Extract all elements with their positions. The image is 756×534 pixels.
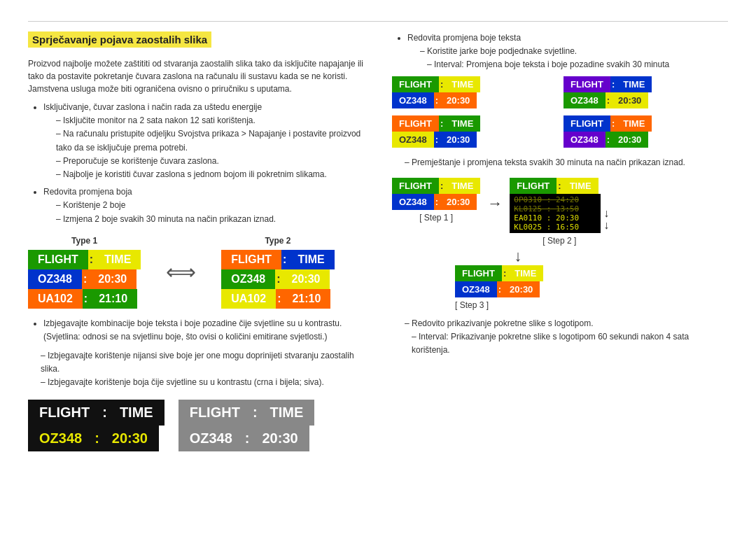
rb3-time: TIME (444, 115, 480, 132)
dash-item-1-4: Najbolje je koristiti čuvar zaslona s je… (56, 168, 371, 181)
s2-colon1: : (556, 178, 562, 194)
rb3-2030: 20:30 (440, 132, 477, 148)
type1-ua-cell: UA102 (28, 289, 83, 309)
rb4-2030: 20:30 (611, 132, 648, 148)
scroll-line-1: OP0310 : 24:20 (514, 195, 596, 204)
right-dash-3: Redovito prikazivanje pokretne slike s l… (405, 317, 728, 330)
rb4-data: OZ348 : 20:30 (564, 132, 728, 148)
type2-ua-cell: UA102 (221, 289, 276, 309)
lb-gray-time: TIME (259, 400, 315, 426)
type2-colon1: : (281, 250, 288, 269)
rb1-colon2: : (434, 92, 440, 108)
rb4-header: FLIGHT : TIME (564, 115, 728, 132)
s3-colon1: : (502, 265, 507, 281)
right-board-2: FLIGHT : TIME OZ348 : 20:30 (564, 76, 728, 108)
rb1-flight: FLIGHT (392, 76, 439, 92)
type1-time-cell: TIME (94, 250, 141, 269)
right-dash-list-3: Redovito prikazivanje pokretne slike s l… (392, 317, 728, 358)
type2-2030-cell: 20:30 (282, 269, 330, 289)
right-dash-list-1: Koristite jarke boje podjednake svjetlin… (407, 45, 728, 71)
dash-list-3: Izbjegavajte korištenje nijansi sive boj… (28, 349, 371, 390)
down-arrow-big: ↓ (514, 247, 522, 265)
type2-label: Type 2 (265, 236, 290, 246)
main-layout: Sprječavanje pojava zaostalih slika Proi… (28, 31, 728, 451)
rb1-time: TIME (444, 76, 480, 92)
lb-gray-data: OZ348 : 20:30 (178, 426, 315, 451)
double-arrows: ↓ ↓ (603, 207, 609, 232)
lb-black-flight: FLIGHT (28, 400, 101, 426)
section-title: Sprječavanje pojava zaostalih slika (28, 31, 211, 48)
rb3-oz: OZ348 (392, 132, 434, 148)
rb2-flight: FLIGHT (564, 76, 610, 92)
top-rule (28, 21, 728, 22)
dash-item-2-2: Izmjena 2 boje svakih 30 minuta na način… (56, 213, 371, 226)
s3-time: TIME (507, 265, 543, 281)
dash-item-3-1: Izbjegavajte korištenje nijansi sive boj… (41, 349, 371, 376)
rb1-colon1: : (439, 76, 444, 92)
scroll-line-2: KL0125 : 13:50 (514, 204, 596, 213)
step-right-arrow: → (487, 195, 503, 213)
rb2-header: FLIGHT : TIME (564, 76, 728, 92)
s1-colon2: : (434, 194, 440, 210)
lb-black-data: OZ348 : 20:30 (28, 426, 164, 451)
bullet-item-2: Redovita promjena boja Korištenje 2 boje… (43, 185, 371, 226)
s1-oz: OZ348 (392, 194, 434, 210)
rb1-2030: 20:30 (440, 92, 477, 108)
rb4-flight: FLIGHT (564, 115, 610, 132)
step3-label: [ Step 3 ] (455, 300, 489, 310)
down-arrow-1: ↓ (603, 207, 609, 220)
dash-item-3-2: Izbjegavajte korištenje boja čije svjetl… (41, 376, 371, 389)
s1-header: FLIGHT : TIME (392, 178, 480, 194)
intro-paragraph: Proizvod najbolje možete zaštititi od st… (28, 57, 371, 95)
type2-row1: OZ348 : 20:30 (221, 269, 334, 289)
lb-black-colon1: : (101, 400, 108, 426)
right-bullet-1: Redovita promjena boje teksta Koristite … (407, 31, 728, 72)
rb2-colon2: : (606, 92, 611, 108)
rb4-oz: OZ348 (564, 132, 606, 148)
right-indent-3: Interval: Prikazivanje pokretne slike s … (405, 330, 728, 357)
type2-board: FLIGHT : TIME OZ348 : 20:30 UA102 : 21:1… (221, 250, 334, 309)
step2-scroll-board: FLIGHT : TIME OP0310 : 24:20 KL0125 : 13… (510, 178, 601, 233)
right-board-4: FLIGHT : TIME OZ348 : 20:30 (564, 115, 728, 148)
s3-colon2: : (497, 281, 503, 297)
type2-time-cell: TIME (288, 250, 334, 269)
lb-gray-colon2: : (244, 426, 251, 451)
type2-row2: UA102 : 21:10 (221, 289, 334, 309)
dash-item-1-2: Na računalu pristupite odjeljku Svojstva… (56, 127, 371, 154)
step2-label: [ Step 2 ] (542, 236, 576, 246)
bottom-boards: FLIGHT : TIME OZ348 : 20:30 FLIGHT : TIM… (28, 400, 371, 451)
rb2-time: TIME (616, 76, 652, 92)
lb-gray-2030: 20:30 (251, 426, 309, 451)
scroll-line-4: KL0025 : 16:50 (514, 223, 596, 232)
right-column: Redovita promjena boje teksta Koristite … (392, 31, 728, 451)
s3-data: OZ348 : 20:30 (455, 281, 543, 297)
rb2-colon1: : (610, 76, 616, 92)
right-dash-list-2: Premještanje i promjena teksta svakih 30… (392, 156, 728, 169)
dash-item-2-1: Korištenje 2 boje (56, 199, 371, 212)
right-dash-1-1: Koristite jarke boje podjednake svjetlin… (420, 45, 728, 58)
step2-content: FLIGHT : TIME OP0310 : 24:20 KL0125 : 13… (510, 178, 609, 233)
right-board-3: FLIGHT : TIME OZ348 : 20:30 (392, 115, 556, 148)
type2-header-row: FLIGHT : TIME (221, 250, 334, 269)
left-column: Sprječavanje pojava zaostalih slika Proi… (28, 31, 371, 451)
type1-colon2: : (82, 269, 88, 289)
step1-block: FLIGHT : TIME OZ348 : 20:30 [ Step 1 ] (392, 178, 480, 223)
dash-list-1: Isključite monitor na 2 sata nakon 12 sa… (43, 114, 371, 181)
bullet-list-left2: Izbjegavajte kombinacije boje teksta i b… (28, 317, 371, 344)
dash-list-2: Korištenje 2 boje Izmjena 2 boje svakih … (43, 199, 371, 225)
lb-black-2030: 20:30 (101, 426, 159, 451)
type2-colon2: : (275, 269, 281, 289)
rb2-data: OZ348 : 20:30 (564, 92, 728, 108)
step2-block: FLIGHT : TIME OP0310 : 24:20 KL0125 : 13… (510, 178, 609, 246)
scroll-line-3: EA0110 : 20:30 (514, 213, 596, 223)
lb-black-time: TIME (108, 400, 164, 426)
type2-block: Type 2 FLIGHT : TIME OZ348 : 20:30 UA102 (221, 236, 334, 309)
rb2-2030: 20:30 (611, 92, 648, 108)
s2-flight: FLIGHT (510, 178, 556, 194)
rb3-flight: FLIGHT (392, 115, 439, 132)
type1-oz-cell: OZ348 (28, 269, 82, 289)
right-board-1: FLIGHT : TIME OZ348 : 20:30 (392, 76, 556, 108)
s1-data: OZ348 : 20:30 (392, 194, 480, 210)
step3-board: FLIGHT : TIME OZ348 : 20:30 (455, 265, 543, 297)
type2-flight-cell: FLIGHT (221, 250, 281, 269)
